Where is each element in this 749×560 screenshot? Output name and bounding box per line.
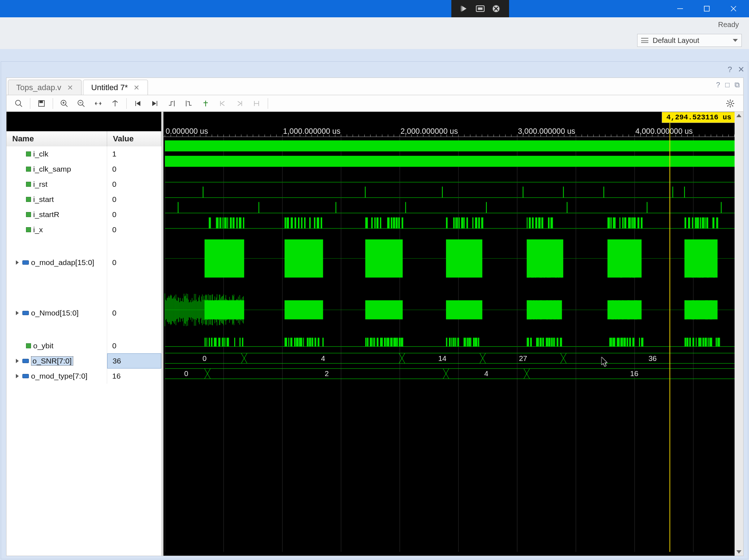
signal-value: 0 — [107, 192, 161, 207]
bit-signal-icon — [26, 182, 31, 187]
svg-rect-515 — [708, 338, 709, 347]
waveform-canvas[interactable]: 0.000000 us1,000.000000 us2,000.000000 u… — [163, 112, 743, 552]
scroll-up-icon[interactable] — [736, 114, 741, 117]
popout-panel-icon[interactable]: ⧉ — [735, 81, 740, 89]
titlebar-play-icon[interactable] — [456, 2, 472, 15]
bit-signal-icon — [26, 197, 31, 202]
titlebar-close-round-icon[interactable] — [488, 2, 504, 15]
zoom-cursor-button[interactable] — [107, 97, 123, 110]
svg-rect-213 — [391, 217, 393, 229]
expand-icon[interactable] — [16, 311, 19, 315]
next-marker-button[interactable] — [232, 97, 248, 110]
svg-rect-257 — [706, 217, 708, 229]
svg-rect-201 — [301, 217, 302, 229]
status-text: Ready — [718, 21, 739, 29]
search-button[interactable] — [11, 97, 27, 110]
signal-name: i_clk_samp — [33, 165, 71, 173]
maximize-panel-icon[interactable]: □ — [725, 81, 730, 89]
svg-rect-462 — [380, 338, 383, 347]
prev-edge-button[interactable] — [164, 97, 180, 110]
signal-row[interactable]: o_mod_adap[15:0]0 — [6, 237, 161, 288]
zoom-fit-button[interactable] — [90, 97, 106, 110]
svg-rect-447 — [299, 338, 301, 347]
signal-row[interactable]: i_rst0 — [6, 177, 161, 192]
signal-value: 0 — [107, 177, 161, 192]
expand-icon[interactable] — [16, 374, 19, 378]
signal-row[interactable]: i_clk1 — [6, 146, 161, 162]
waveform-toolbar — [6, 95, 743, 112]
svg-text:4,000.000000 us: 4,000.000000 us — [635, 127, 693, 136]
swap-markers-button[interactable] — [249, 97, 264, 110]
signal-list[interactable]: i_clk1i_clk_samp0i_rst0i_start0i_startR0… — [6, 146, 161, 556]
svg-rect-202 — [304, 217, 306, 229]
svg-rect-187 — [222, 217, 223, 229]
settings-button[interactable] — [722, 97, 738, 110]
column-header-name[interactable]: Name — [6, 131, 107, 146]
svg-rect-442 — [285, 338, 287, 347]
go-start-button[interactable] — [130, 97, 146, 110]
titlebar-keyboard-icon[interactable] — [472, 2, 488, 15]
svg-rect-481 — [473, 338, 475, 347]
bus-signal-icon — [22, 374, 29, 378]
svg-line-43 — [727, 105, 728, 106]
svg-rect-506 — [684, 338, 686, 347]
help-icon[interactable]: ? — [716, 81, 720, 89]
window-close-button[interactable] — [720, 0, 747, 17]
add-marker-button[interactable] — [198, 97, 214, 110]
svg-text:0: 0 — [202, 354, 206, 362]
svg-rect-186 — [219, 217, 221, 229]
zoom-out-button[interactable] — [73, 97, 89, 110]
svg-rect-247 — [638, 217, 640, 229]
expand-icon[interactable] — [16, 359, 19, 363]
svg-rect-214 — [393, 217, 395, 229]
svg-rect-251 — [692, 217, 693, 229]
svg-rect-499 — [620, 338, 623, 347]
scroll-down-icon[interactable] — [736, 550, 741, 554]
svg-rect-457 — [367, 338, 368, 347]
signal-row[interactable]: o_mod_type[7:0]16 — [6, 369, 161, 384]
signal-name: i_clk — [33, 150, 48, 158]
tab-source-file[interactable]: Tops_adap.v ✕ — [8, 80, 82, 95]
svg-rect-233 — [535, 217, 538, 229]
layout-selector[interactable]: Default Layout — [637, 34, 742, 47]
close-dock-icon[interactable]: ✕ — [738, 65, 744, 74]
svg-rect-495 — [560, 338, 562, 347]
svg-rect-402 — [446, 300, 482, 319]
signal-row[interactable]: o_SNR[7:0]36 — [6, 353, 161, 369]
svg-text:0.000000 us: 0.000000 us — [166, 127, 208, 136]
svg-rect-204 — [314, 217, 315, 229]
signal-row[interactable]: i_startR0 — [6, 207, 161, 222]
signal-row[interactable]: i_start0 — [6, 192, 161, 207]
svg-rect-516 — [709, 338, 712, 347]
prev-marker-button[interactable] — [215, 97, 231, 110]
svg-rect-1 — [461, 6, 462, 12]
save-button[interactable] — [34, 97, 49, 110]
svg-rect-234 — [538, 217, 541, 229]
window-maximize-button[interactable] — [693, 0, 720, 17]
column-header-value[interactable]: Value — [107, 131, 161, 146]
signal-row[interactable]: i_x0 — [6, 222, 161, 237]
svg-rect-415 — [615, 300, 617, 319]
vertical-scrollbar[interactable] — [735, 112, 743, 556]
tab-waveform[interactable]: Untitled 7* ✕ — [83, 80, 148, 95]
window-minimize-button[interactable] — [667, 0, 693, 17]
next-edge-button[interactable] — [181, 97, 197, 110]
waveform-plot[interactable]: 4,294.523116 us 0.000000 us1,000.000000 … — [163, 112, 743, 556]
svg-rect-284 — [695, 239, 696, 278]
help-icon[interactable]: ? — [728, 65, 732, 74]
svg-rect-489 — [546, 338, 548, 347]
svg-line-41 — [732, 105, 733, 106]
signal-row[interactable]: i_clk_samp0 — [6, 162, 161, 177]
close-tab-icon[interactable]: ✕ — [133, 83, 140, 92]
signal-row[interactable]: o_ybit0 — [6, 338, 161, 353]
signal-value: 36 — [107, 353, 161, 369]
svg-rect-219 — [453, 217, 454, 229]
go-end-button[interactable] — [147, 97, 163, 110]
svg-text:27: 27 — [519, 354, 527, 362]
expand-icon[interactable] — [16, 260, 19, 265]
signal-row[interactable]: o_Nmod[15:0]0 — [6, 288, 161, 338]
zoom-in-button[interactable] — [56, 97, 72, 110]
svg-rect-486 — [536, 338, 539, 347]
svg-rect-193 — [236, 217, 238, 229]
close-tab-icon[interactable]: ✕ — [67, 83, 73, 92]
